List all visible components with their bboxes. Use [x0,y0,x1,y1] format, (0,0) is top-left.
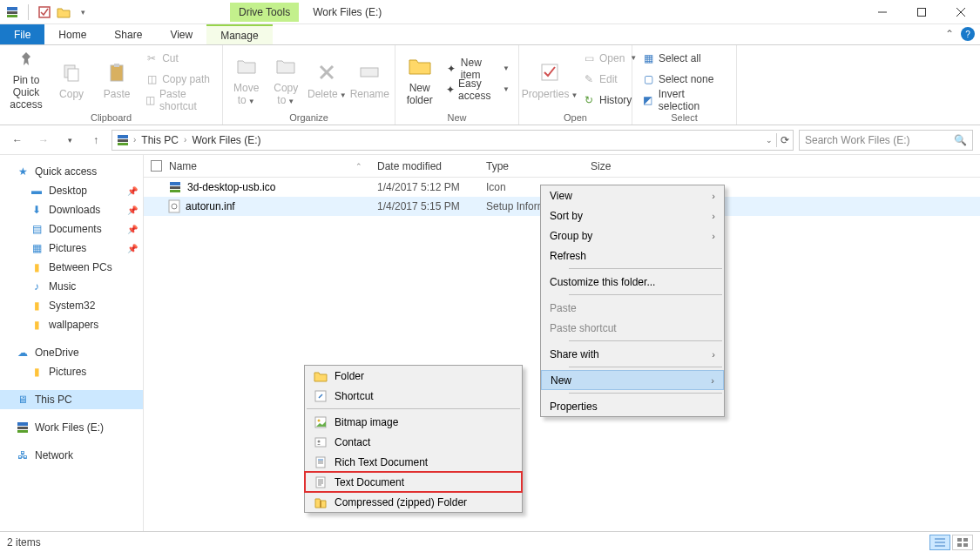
network-icon: 🖧 [16,448,30,462]
pin-to-quick-access-button[interactable]: Pin to Quick access [5,48,47,111]
subctx-zip[interactable]: Compressed (zipped) Folder [305,492,522,512]
subctx-text-document[interactable]: Text Document [305,472,522,492]
refresh-icon[interactable]: ⟳ [781,134,789,146]
subctx-rtf[interactable]: Rich Text Document [305,452,522,472]
subctx-folder[interactable]: Folder [305,366,522,386]
sidebar-desktop[interactable]: ▬Desktop📌 [0,181,143,200]
folder-icon[interactable] [57,5,71,19]
col-type[interactable]: Type [479,160,584,172]
select-all-checkbox[interactable] [151,160,162,172]
sidebar-music[interactable]: ♪Music [0,277,143,296]
sidebar-documents[interactable]: ▤Documents📌 [0,219,143,239]
sidebar-wallpapers[interactable]: ▮wallpapers [0,315,143,334]
sidebar-od-pictures[interactable]: ▮Pictures [0,362,143,381]
sidebar-quick-access[interactable]: ★Quick access [0,162,143,181]
edit-button[interactable]: ✎Edit [578,70,640,89]
ctx-new[interactable]: New› [541,370,724,390]
col-name[interactable]: Name⌃ [144,160,370,172]
ctx-properties[interactable]: Properties [541,396,724,416]
sidebar-onedrive[interactable]: ☁OneDrive [0,343,143,362]
subctx-shortcut[interactable]: Shortcut [305,386,522,406]
open-button[interactable]: ▭Open▼ [578,49,640,68]
svg-rect-22 [170,182,180,185]
edit-icon: ✎ [582,72,596,86]
new-folder-button[interactable]: New folder [401,48,438,111]
svg-rect-18 [118,143,128,145]
address-bar[interactable]: › This PC › Work Files (E:) ⌄ ⟳ [112,130,794,151]
sidebar-pictures[interactable]: ▦Pictures📌 [0,239,143,258]
close-button[interactable] [941,0,980,24]
up-button[interactable]: ↑ [85,130,106,151]
easy-access-button[interactable]: ✦Easy access▼ [442,80,513,99]
sidebar-network[interactable]: 🖧Network [0,446,143,465]
chevron-right-icon[interactable]: › [133,135,136,145]
tab-home[interactable]: Home [44,24,100,44]
qat-dropdown-icon[interactable]: ▾ [76,5,90,19]
ctx-customize[interactable]: Customize this folder... [541,272,724,292]
details-view-button[interactable] [929,535,950,550]
ctx-refresh[interactable]: Refresh [541,246,724,266]
paste-button[interactable]: Paste [96,48,138,111]
copy-path-icon: ◫ [145,72,159,86]
breadcrumb-drive[interactable]: Work Files (E:) [190,134,262,146]
cut-button[interactable]: ✂Cut [141,49,217,68]
minimize-button[interactable] [862,0,902,24]
properties-button[interactable]: Properties▼ [524,48,575,111]
sidebar-between-pcs[interactable]: ▮Between PCs [0,258,143,277]
ctx-group-by[interactable]: Group by› [541,226,724,246]
tab-manage[interactable]: Manage [206,24,272,44]
ctx-paste-shortcut[interactable]: Paste shortcut [541,318,724,338]
subctx-bitmap[interactable]: Bitmap image [305,412,522,432]
move-to-button[interactable]: Move to▼ [228,48,265,111]
sidebar-downloads[interactable]: ⬇Downloads📌 [0,200,143,219]
ctx-view[interactable]: View› [541,185,724,205]
ctx-share-with[interactable]: Share with› [541,344,724,364]
tab-view[interactable]: View [156,24,206,44]
copy-to-button[interactable]: Copy to▼ [268,48,305,111]
ribbon-group-clipboard: Clipboard [0,112,222,125]
ico-file-icon [168,180,182,194]
select-none-button[interactable]: ▢Select none [638,70,731,89]
copy-path-button[interactable]: ◫Copy path [141,70,217,89]
ctx-paste[interactable]: Paste [541,298,724,318]
ribbon-group-organize: Organize [223,112,395,125]
search-input[interactable]: Search Work Files (E:) 🔍 [799,130,973,151]
subctx-contact[interactable]: Contact [305,432,522,452]
rename-button[interactable]: Rename [350,48,389,111]
addr-dropdown-icon[interactable]: ⌄ [766,136,773,145]
history-button[interactable]: ↻History [578,91,640,110]
copy-button[interactable]: Copy [51,48,92,111]
col-size[interactable]: Size [584,160,653,172]
pin-icon [12,48,40,72]
svg-rect-16 [118,135,128,138]
qat-properties-icon[interactable] [37,5,51,19]
recent-locations-button[interactable]: ▾ [59,130,80,151]
breadcrumb-thispc[interactable]: This PC [139,134,180,146]
help-icon[interactable]: ? [961,27,975,41]
ribbon-collapse-icon[interactable]: ⌃ [945,28,954,40]
forward-button[interactable]: → [33,130,54,151]
navigation-pane: ★Quick access ▬Desktop📌 ⬇Downloads📌 ▤Doc… [0,155,144,531]
sidebar-work-files[interactable]: Work Files (E:) [0,418,143,437]
sidebar-this-pc[interactable]: 🖥This PC [0,390,143,409]
tab-file[interactable]: File [0,24,44,44]
ctx-sort-by[interactable]: Sort by› [541,205,724,226]
invert-selection-button[interactable]: ◩Invert selection [638,91,731,110]
thumbnails-view-button[interactable] [952,535,973,550]
svg-rect-45 [957,538,962,542]
paste-shortcut-button[interactable]: ◫Paste shortcut [141,91,217,110]
back-button[interactable]: ← [7,130,28,151]
svg-rect-3 [39,7,50,17]
column-headers: Name⌃ Date modified Type Size [144,155,980,178]
select-all-button[interactable]: ▦Select all [638,49,731,68]
tab-share[interactable]: Share [100,24,156,44]
chevron-right-icon: › [712,211,715,221]
col-date[interactable]: Date modified [370,160,479,172]
ribbon: Pin to Quick access Copy Paste ✂Cut ◫Cop… [0,45,980,125]
sidebar-system32[interactable]: ▮System32 [0,296,143,315]
new-item-button[interactable]: ✦New item▼ [442,59,513,78]
delete-button[interactable]: Delete▼ [308,48,347,111]
move-to-icon [233,52,260,80]
maximize-button[interactable] [902,0,941,24]
chevron-right-icon[interactable]: › [184,135,186,145]
